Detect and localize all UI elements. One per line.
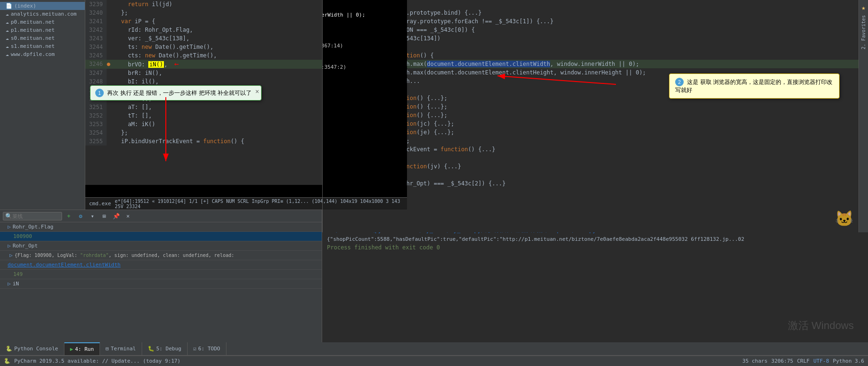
pin-btn[interactable]: 📌 (111, 211, 121, 221)
code-line-3240: 3240 }; (85, 9, 322, 17)
search-icon: 🔍 (5, 213, 12, 220)
bottom-left-panel: 🔍 + ⚙ ▾ ⊞ 📌 × ▷ Rohr_Opt.Flag 100900 (0, 210, 322, 342)
code-line-3242: 3242 rId: Rohr_Opt.Flag, (85, 26, 322, 34)
status-encoding: UTF-8 (814, 358, 829, 364)
debug-item-in[interactable]: ▷ iN (0, 279, 322, 289)
file-tree-item-p0[interactable]: ☁ p0.meituan.net (0, 18, 85, 26)
terminal-icon: ⊟ (106, 346, 109, 352)
bubble-close-btn[interactable]: × (255, 88, 259, 95)
add-watch-btn[interactable]: + (63, 211, 74, 221)
debug-settings-btn[interactable]: ⚙ (75, 211, 86, 221)
status-position: 3206:75 (771, 358, 793, 364)
code-line-3255: 3255 iP.bindUserTrackEvent = function() … (85, 137, 322, 146)
file-tree-item-s0[interactable]: ☁ s0.meituan.net (0, 34, 85, 42)
status-bar: 🐍 PyCharm 2019.3.5 available: // Update.… (0, 356, 868, 366)
cloud-icon: ☁ (6, 19, 9, 25)
main-container: 📄 (index) ☁ analytics.meituan.com ☁ p0.m… (0, 0, 868, 366)
debug-item-rohr-obj[interactable]: ▷ {Flag: 100900, LogVal: "rohrdata", sig… (0, 251, 322, 260)
code-line-3246: 3246 ● brVO: iN(), ← (85, 60, 322, 69)
run-tab-icon: ▶ (70, 346, 73, 352)
debug-value: 100900 (13, 233, 32, 239)
favorites-star[interactable]: ★ (861, 4, 865, 11)
code-line-3244: 3244 ts: new Date().getTime(), (85, 43, 322, 51)
todo-icon: ☑ (193, 346, 197, 352)
columns-btn[interactable]: ⊞ (99, 211, 109, 221)
bubble-num-2: 2 (675, 78, 684, 86)
todo-label: 6: TODO (198, 346, 220, 352)
python-console-icon: 🐍 (6, 346, 12, 352)
clear-btn[interactable]: × (123, 211, 133, 221)
status-python: Python 3.6 (833, 358, 864, 364)
code-line-3241: 3241 var iP = { (85, 17, 322, 26)
editor-divider (322, 0, 323, 210)
top-area: 📄 (index) ☁ analytics.meituan.com ☁ p0.m… (0, 0, 868, 210)
favorites-bar: ★ 2. Favorites (859, 0, 868, 210)
code-line-3245: 3245 cts: new Date().getTime(), (85, 51, 322, 60)
favorites-label[interactable]: 2. Favorites (861, 15, 866, 49)
tab-debug[interactable]: 🐛 5: Debug (142, 342, 188, 355)
cmd-bar: cmd.exe e*[64]:19512 « 191012[64] 1/1 [+… (85, 197, 407, 210)
bottom-tabs-bar: 🐍 Python Console ▶ 4: Run ⊟ Terminal 🐛 5… (0, 342, 868, 356)
expand-icon: ▷ (8, 243, 11, 249)
run-content: D:\Anconda3.6\python.exe F:/Py_Code/Py_S… (322, 223, 868, 342)
expand-icon: ▷ (8, 281, 11, 287)
cloud-icon: ☁ (6, 27, 9, 33)
search-box[interactable]: 🔍 (3, 212, 62, 220)
debug-toolbar: 🔍 + ⚙ ▾ ⊞ 📌 × (0, 210, 322, 222)
cloud-icon: ☁ (6, 35, 9, 41)
code-line-3254: 3254 }; (85, 128, 322, 137)
status-chars: 35 chars (742, 358, 768, 364)
annotation-bubble-1: 1 再次 执行 还是 报错，一步一步这样 把环境 补全就可以了 × (90, 85, 262, 101)
annotation1-text: 再次 执行 还是 报错，一步一步这样 把环境 补全就可以了 (107, 90, 252, 96)
cloud-icon: ☁ (6, 43, 9, 49)
tab-python-console[interactable]: 🐍 Python Console (0, 342, 64, 355)
file-tree: 📄 (index) ☁ analytics.meituan.com ☁ p0.m… (0, 0, 85, 210)
run-exit-line: Process finished with exit code 0 (327, 244, 863, 251)
terminal-label: Terminal (111, 346, 136, 352)
file-tree-item-p1[interactable]: ☁ p1.meituan.net (0, 26, 85, 34)
cloud-icon: ☁ (6, 51, 9, 57)
code-line-3239: 3239 return il(jd) (85, 0, 322, 9)
debug-vars-list: ▷ Rohr_Opt.Flag 100900 ▷ Rohr_Opt ▷ {Fla… (0, 222, 322, 342)
code-line-3247: 3247 brR: iN(), (85, 69, 322, 77)
debug-key: iN (13, 281, 19, 287)
file-icon: 📄 (6, 3, 12, 9)
debug-icon: 🐛 (148, 346, 154, 352)
pycharm-update-icon: 🐍 (4, 358, 10, 364)
tab-todo[interactable]: ☑ 6: TODO (188, 342, 226, 355)
run-tab-text: 4: Run (75, 346, 94, 352)
run-json-output: {"shopPicCount":5588,"hasDefaultPic":tru… (327, 236, 863, 242)
pycharm-update-text[interactable]: PyCharm 2019.3.5 available: // Update...… (14, 358, 181, 364)
debug-item-rohr-opt[interactable]: ▷ Rohr_Opt (0, 241, 322, 251)
file-tree-item-index[interactable]: 📄 (index) (0, 2, 85, 10)
debug-item-100900[interactable]: 100900 (0, 232, 322, 241)
tab-terminal[interactable]: ⊟ Terminal (100, 342, 142, 355)
more-options-btn[interactable]: ▾ (87, 211, 98, 221)
code-line-3243: 3243 ver: _$_543c[138], (85, 34, 322, 43)
status-right: 35 chars 3206:75 CRLF UTF-8 Python 3.6 (742, 358, 864, 364)
search-input[interactable] (12, 213, 60, 219)
debug-key: Rohr_Opt.Flag (13, 224, 54, 230)
cmd-exe-label: cmd.exe (89, 201, 111, 207)
debug-item-rohr-flag[interactable]: ▷ Rohr_Opt.Flag (0, 222, 322, 232)
debug-item-clientwidth[interactable]: document.documentElement.clientWidth (0, 260, 322, 270)
cmd-info: e*[64]:19512 « 191012[64] 1/1 [+] CAPS N… (115, 199, 403, 209)
file-tree-item-dpfile[interactable]: ☁ www.dpfile.com (0, 50, 85, 58)
status-left: 🐍 PyCharm 2019.3.5 available: // Update.… (4, 358, 181, 364)
file-tree-item-s1[interactable]: ☁ s1.meituan.net (0, 42, 85, 50)
debug-key: document.documentElement.clientWidth (8, 262, 120, 268)
code-line-3252: 3252 tT: [], (85, 111, 322, 120)
expand-icon: ▷ (8, 224, 11, 230)
debug-item-149[interactable]: 149 (0, 270, 322, 279)
expand-icon: ▷ (9, 252, 13, 258)
cloud-icon: ☁ (6, 11, 9, 17)
python-console-label: Python Console (14, 346, 58, 352)
code-line-3248: 3248 bI: il(), (85, 77, 322, 86)
tab-run[interactable]: ▶ 4: Run (64, 342, 100, 355)
status-crlf: CRLF (797, 358, 810, 364)
debug-key: {Flag: 100900, LogVal: "rohrdata", sign:… (15, 253, 235, 258)
code-line-3253: 3253 aM: iK() (85, 120, 322, 128)
debug-key: Rohr_Opt (13, 243, 38, 249)
file-tree-item-analytics[interactable]: ☁ analytics.meituan.com (0, 10, 85, 18)
code-line-3251: 3251 aT: [], (85, 103, 322, 111)
